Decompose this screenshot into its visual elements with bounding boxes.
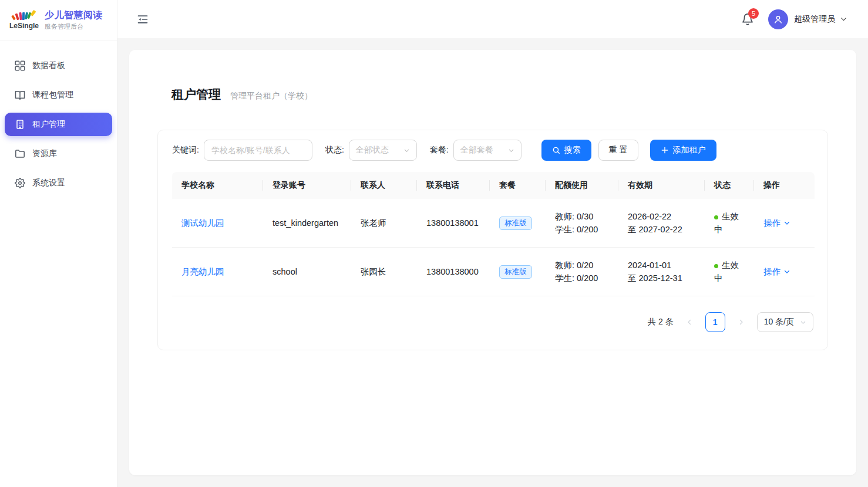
sidebar-item-course-packages[interactable]: 课程包管理 bbox=[5, 83, 112, 107]
chevron-down-icon bbox=[800, 319, 806, 326]
plan-select[interactable]: 全部套餐 bbox=[453, 140, 522, 161]
col-actions: 操作 bbox=[754, 172, 815, 199]
status-cell: 生效中 bbox=[705, 248, 754, 296]
sidebar-menu: 数据看板 课程包管理 租户管理 bbox=[0, 41, 117, 214]
table-row: 月亮幼儿园 school 张园长 13800138000 标准版 教师: 0/2… bbox=[172, 248, 815, 296]
sidebar: LeSingle 少儿智慧阅读 服务管理后台 数据看板 bbox=[0, 0, 117, 487]
row-actions-dropdown[interactable]: 操作 bbox=[763, 265, 790, 278]
page-title: 租户管理 bbox=[171, 86, 221, 103]
status-label: 状态: bbox=[325, 145, 344, 155]
status-dot-icon bbox=[714, 215, 718, 219]
row-actions-label: 操作 bbox=[763, 217, 780, 229]
quota-student: 学生: 0/200 bbox=[555, 272, 609, 285]
svg-text:LeSingle: LeSingle bbox=[9, 22, 39, 30]
table-header-row: 学校名称 登录账号 联系人 联系电话 套餐 配额使用 有效期 状态 操作 bbox=[172, 172, 815, 199]
sidebar-item-label: 租户管理 bbox=[32, 119, 65, 130]
pagination: 共 2 条 1 10 条/页 bbox=[172, 312, 813, 332]
quota-teacher: 教师: 0/30 bbox=[555, 210, 609, 223]
plan-tag: 标准版 bbox=[499, 265, 532, 279]
filter-bar: 关键词: 状态: 全部状态 套餐: 全部套餐 bbox=[172, 140, 813, 161]
user-avatar[interactable] bbox=[768, 9, 788, 29]
brand-title: 少儿智慧阅读 bbox=[45, 9, 103, 21]
search-button-label: 搜索 bbox=[564, 145, 581, 155]
prev-page-chevron-left-icon[interactable] bbox=[681, 313, 698, 332]
chevron-down-icon bbox=[403, 147, 410, 154]
plus-icon bbox=[661, 146, 669, 154]
sidebar-item-dashboard[interactable]: 数据看板 bbox=[5, 54, 112, 77]
book-icon bbox=[15, 90, 25, 100]
lesingle-logo-icon: LeSingle bbox=[8, 8, 39, 33]
col-contact: 联系人 bbox=[351, 172, 417, 199]
page-size-select[interactable]: 10 条/页 bbox=[757, 312, 813, 332]
col-phone: 联系电话 bbox=[417, 172, 490, 199]
brand-text: 少儿智慧阅读 服务管理后台 bbox=[45, 9, 103, 31]
user-menu-chevron-down-icon[interactable] bbox=[840, 15, 847, 23]
sidebar-item-label: 资源库 bbox=[32, 148, 57, 159]
user-name[interactable]: 超级管理员 bbox=[794, 14, 835, 25]
page-size-value: 10 条/页 bbox=[764, 317, 794, 327]
reset-button[interactable]: 重 置 bbox=[598, 140, 638, 161]
row-actions-dropdown[interactable]: 操作 bbox=[763, 217, 790, 229]
plan-tag: 标准版 bbox=[499, 217, 532, 230]
quota-cell: 教师: 0/20 学生: 0/200 bbox=[546, 248, 618, 296]
search-icon bbox=[552, 146, 560, 154]
school-name-link[interactable]: 月亮幼儿园 bbox=[181, 267, 224, 276]
col-plan: 套餐 bbox=[490, 172, 546, 199]
notification-bell-icon[interactable]: 5 bbox=[741, 13, 754, 26]
page-number-button[interactable]: 1 bbox=[705, 312, 725, 332]
gear-icon bbox=[15, 178, 25, 188]
validity-cell: 2026-02-22 至 2027-02-22 bbox=[618, 199, 705, 248]
row-actions-label: 操作 bbox=[763, 265, 780, 278]
chevron-down-icon bbox=[783, 219, 790, 226]
contact-phone: 13800138001 bbox=[417, 199, 490, 248]
table-row: 测试幼儿园 test_kindergarten 张老师 13800138001 … bbox=[172, 199, 815, 248]
topbar: 5 超级管理员 bbox=[117, 0, 868, 38]
status-text: 生效中 bbox=[714, 261, 739, 283]
plan-label: 套餐: bbox=[430, 145, 449, 155]
col-validity: 有效期 bbox=[618, 172, 705, 199]
add-tenant-button-label: 添加租户 bbox=[673, 145, 706, 155]
add-tenant-button[interactable]: 添加租户 bbox=[650, 140, 716, 161]
sidebar-item-label: 数据看板 bbox=[32, 60, 65, 71]
chevron-down-icon bbox=[783, 268, 790, 275]
validity-cell: 2024-01-01 至 2025-12-31 bbox=[618, 248, 705, 296]
contact-phone: 13800138000 bbox=[417, 248, 490, 296]
total-count: 共 2 条 bbox=[648, 317, 674, 327]
sidebar-item-tenants[interactable]: 租户管理 bbox=[5, 113, 112, 136]
status-select[interactable]: 全部状态 bbox=[349, 140, 417, 161]
main-area: 5 超级管理员 租户管理 bbox=[117, 0, 868, 487]
next-page-chevron-right-icon[interactable] bbox=[733, 313, 749, 332]
plan-select-value: 全部套餐 bbox=[460, 145, 493, 155]
chevron-down-icon bbox=[508, 147, 514, 154]
app-root: LeSingle 少儿智慧阅读 服务管理后台 数据看板 bbox=[0, 0, 868, 487]
search-button[interactable]: 搜索 bbox=[541, 140, 591, 161]
valid-to: 至 2025-12-31 bbox=[628, 272, 695, 285]
tenant-panel: 关键词: 状态: 全部状态 套餐: 全部套餐 bbox=[157, 130, 828, 350]
status-dot-icon bbox=[714, 264, 718, 268]
notification-badge: 5 bbox=[748, 8, 759, 19]
status-cell: 生效中 bbox=[705, 199, 754, 248]
sidebar-item-label: 系统设置 bbox=[32, 178, 65, 188]
quota-teacher: 教师: 0/20 bbox=[555, 259, 609, 272]
sidebar-item-resources[interactable]: 资源库 bbox=[5, 142, 112, 165]
keyword-label: 关键词: bbox=[172, 145, 199, 155]
login-account: test_kindergarten bbox=[263, 199, 351, 248]
col-school-name: 学校名称 bbox=[172, 172, 263, 199]
page-header: 租户管理 管理平台租户（学校） bbox=[171, 86, 828, 103]
school-name-link[interactable]: 测试幼儿园 bbox=[181, 218, 224, 228]
col-login-account: 登录账号 bbox=[263, 172, 351, 199]
page-subtitle: 管理平台租户（学校） bbox=[230, 91, 312, 102]
dashboard-grid-icon bbox=[15, 60, 25, 71]
valid-from: 2024-01-01 bbox=[628, 259, 695, 272]
reset-button-label: 重 置 bbox=[609, 145, 628, 155]
sidebar-item-settings[interactable]: 系统设置 bbox=[5, 171, 112, 195]
login-account: school bbox=[263, 248, 351, 296]
status-text: 生效中 bbox=[714, 212, 739, 234]
menu-fold-icon[interactable] bbox=[137, 13, 149, 25]
sidebar-item-label: 课程包管理 bbox=[32, 90, 73, 100]
col-status: 状态 bbox=[705, 172, 754, 199]
folder-icon bbox=[15, 148, 25, 159]
content: 租户管理 管理平台租户（学校） 关键词: 状态: 全部状态 bbox=[117, 38, 868, 487]
logo-area: LeSingle 少儿智慧阅读 服务管理后台 bbox=[0, 0, 117, 41]
keyword-input[interactable] bbox=[204, 140, 312, 161]
